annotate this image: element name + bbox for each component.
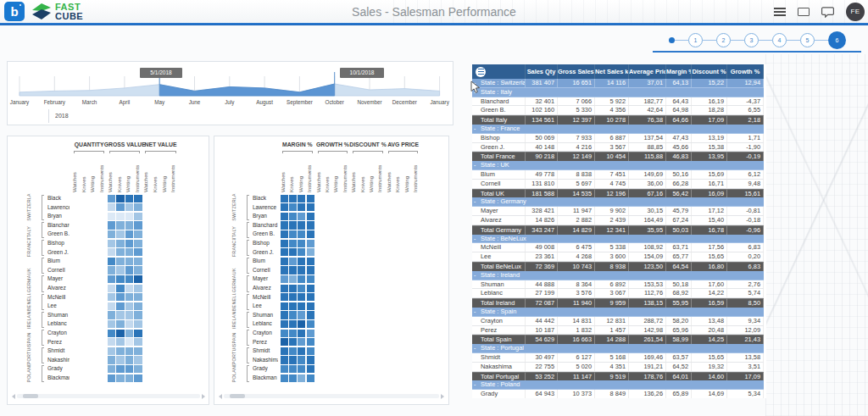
heatmap-cell[interactable] (307, 320, 314, 328)
heatmap-cell[interactable] (116, 230, 124, 238)
heatmap-cell[interactable] (134, 240, 142, 247)
heatmap-cell[interactable] (281, 240, 288, 247)
heatmap-cell[interactable] (116, 374, 124, 382)
heatmap-cell[interactable] (125, 230, 133, 238)
heatmap-cell[interactable] (108, 213, 115, 220)
heatmap-cell[interactable] (307, 293, 314, 301)
heatmap-cell[interactable] (281, 285, 288, 292)
heatmap-cell[interactable] (108, 320, 115, 328)
stepper-page-6[interactable]: 6 (828, 31, 846, 49)
collapse-icon[interactable]: - (472, 344, 481, 352)
heatmap-cell[interactable] (125, 195, 133, 202)
heatmap-cell[interactable] (298, 275, 305, 283)
heatmap-cell[interactable] (289, 230, 297, 238)
heatmap-cell[interactable] (108, 230, 115, 238)
heatmap-cell[interactable] (108, 248, 115, 256)
heatmap-cell[interactable] (307, 248, 314, 256)
collapse-icon[interactable]: - (472, 308, 481, 316)
stepper-page-2[interactable]: 2 (716, 33, 731, 47)
heatmap-cell[interactable] (289, 302, 297, 310)
heatmap-cell[interactable] (289, 213, 297, 220)
heatmap-cell[interactable] (116, 356, 124, 363)
heatmap-cell[interactable] (134, 330, 142, 337)
heatmap-cell[interactable] (307, 213, 314, 220)
heatmap-cell[interactable] (116, 311, 124, 319)
menu-icon[interactable] (774, 6, 786, 18)
heatmap-cell[interactable] (298, 293, 305, 301)
heatmap-cell[interactable] (116, 221, 124, 229)
heatmap-cell[interactable] (307, 347, 314, 355)
heatmap-cell[interactable] (281, 330, 288, 337)
heatmap-cell[interactable] (125, 240, 133, 247)
heatmap-cell[interactable] (108, 302, 115, 310)
user-avatar[interactable]: FE (846, 3, 865, 21)
table-group-row[interactable]: -State : France (472, 125, 764, 134)
heatmap-cell[interactable] (125, 374, 133, 382)
heatmap-cell[interactable] (281, 230, 288, 238)
heatmap-cell[interactable] (298, 330, 305, 337)
heatmap-cell[interactable] (307, 374, 314, 382)
heatmap-cell[interactable] (134, 203, 142, 211)
heatmap-cell[interactable] (108, 240, 115, 247)
heatmap-cell[interactable] (108, 195, 115, 202)
heatmap-cell[interactable] (116, 248, 124, 256)
heatmap-cell[interactable] (125, 320, 133, 328)
table-group-row[interactable]: -State : Portugal (472, 344, 764, 353)
heatmap-cell[interactable] (134, 285, 142, 292)
heatmap-cell[interactable] (307, 258, 314, 265)
heatmap-cell[interactable] (298, 213, 305, 220)
heatmap-cell[interactable] (281, 320, 288, 328)
heatmap-cell[interactable] (108, 356, 115, 363)
heatmap-cell[interactable] (134, 311, 142, 319)
column-header[interactable]: Gross Sales k€ (558, 64, 595, 79)
heatmap-cell[interactable] (125, 365, 133, 373)
heatmap-cell[interactable] (307, 285, 314, 292)
heatmap-cell[interactable] (116, 203, 124, 211)
heatmap-cell[interactable] (298, 240, 305, 247)
heatmap-cell[interactable] (116, 347, 124, 355)
heatmap-cell[interactable] (134, 365, 142, 373)
heatmap-cell[interactable] (134, 195, 142, 202)
heatmap-cell[interactable] (125, 213, 133, 220)
heatmap-cell[interactable] (134, 213, 142, 220)
heatmap-cell[interactable] (116, 293, 124, 301)
heatmap-cell[interactable] (134, 347, 142, 355)
column-header[interactable]: Net Sales k€ (595, 64, 629, 79)
heatmap-cell[interactable] (298, 221, 305, 229)
heatmap-cell[interactable] (289, 266, 297, 274)
heatmap-cell[interactable] (134, 320, 142, 328)
heatmap-cell[interactable] (289, 347, 297, 355)
heatmap-cell[interactable] (307, 266, 314, 274)
heatmap-cell[interactable] (125, 266, 133, 274)
stepper-page-4[interactable]: 4 (772, 33, 787, 47)
heatmap-cell[interactable] (116, 338, 124, 346)
stepper-page-3[interactable]: 3 (744, 33, 759, 47)
heatmap-cell[interactable] (281, 248, 288, 256)
column-header[interactable]: Margin % (666, 64, 692, 79)
heatmap-cell[interactable] (289, 356, 297, 363)
table-group-row[interactable]: -State : Germany (472, 197, 764, 207)
heatmap-cell[interactable] (134, 221, 142, 229)
heatmap-cell[interactable] (108, 330, 115, 337)
heatmap-cell[interactable] (281, 203, 288, 211)
collapse-icon[interactable]: - (472, 125, 481, 133)
heatmap-cell[interactable] (125, 258, 133, 265)
heatmap-cell[interactable] (289, 365, 297, 373)
heatmap-cell[interactable] (134, 356, 142, 363)
stepper-page-1[interactable]: 1 (688, 33, 703, 47)
heatmap-cell[interactable] (125, 302, 133, 310)
heatmap-cell[interactable] (125, 285, 133, 292)
heatmap-cell[interactable] (307, 230, 314, 238)
heatmap-cell[interactable] (134, 248, 142, 256)
heatmap-cell[interactable] (298, 285, 305, 292)
column-header[interactable]: Discount % (692, 64, 727, 79)
heatmap2-scrollbar[interactable] (219, 393, 444, 399)
heatmap-cell[interactable] (298, 320, 305, 328)
table-group-row[interactable]: -State : Italy (472, 88, 764, 97)
heatmap-cell[interactable] (289, 285, 297, 292)
heatmap-cell[interactable] (116, 302, 124, 310)
heatmap-cell[interactable] (281, 302, 288, 310)
heatmap-cell[interactable] (289, 293, 297, 301)
heatmap-cell[interactable] (108, 221, 115, 229)
heatmap-cell[interactable] (134, 230, 142, 238)
